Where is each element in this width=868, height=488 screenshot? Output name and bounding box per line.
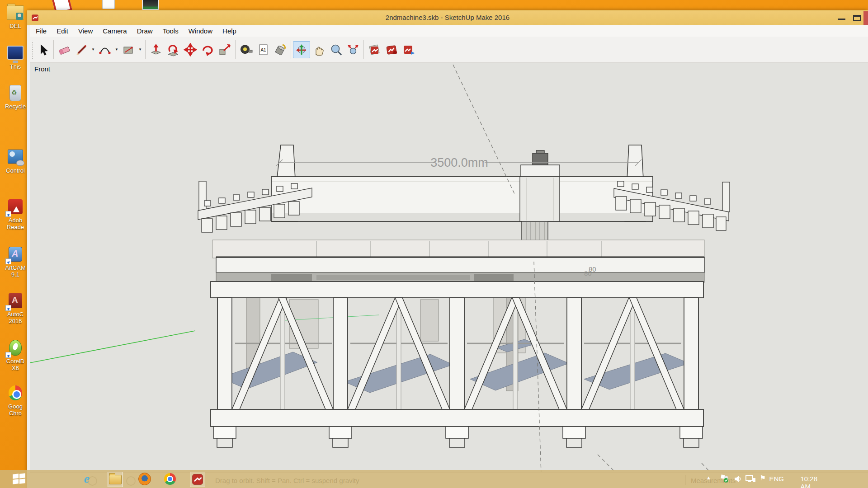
- this-pc-icon: [5, 44, 26, 63]
- push-pull-tool-button[interactable]: [147, 41, 165, 58]
- extension-warehouse-button[interactable]: [383, 41, 400, 58]
- clock[interactable]: 10:28 AM: [800, 475, 817, 488]
- desktop-icon-photo[interactable]: [142, 0, 159, 10]
- desktop-icon-coreldraw[interactable]: CorelDX6: [1, 339, 30, 371]
- arc-tool-button[interactable]: [96, 41, 113, 58]
- eraser-tool-button[interactable]: [56, 41, 73, 58]
- taskbar-chrome[interactable]: [163, 472, 177, 486]
- tool-rack-left: [198, 181, 312, 232]
- desktop-icon-adobe-reader[interactable]: AdobReade: [1, 198, 30, 230]
- zoom-extents-button[interactable]: [344, 41, 362, 58]
- trestle-feet: [213, 427, 703, 447]
- line-tool-dropdown[interactable]: ▼: [90, 42, 96, 58]
- green-axis-line: [30, 315, 379, 363]
- close-button[interactable]: [863, 11, 868, 25]
- toolbar-grip[interactable]: [31, 41, 34, 59]
- desktop-icon-recycle-bin[interactable]: Recycle: [1, 84, 30, 110]
- 3d-warehouse-icon: [368, 43, 381, 56]
- rectangle-tool-dropdown[interactable]: ▼: [137, 42, 143, 58]
- text-tool-button[interactable]: A1: [255, 41, 272, 58]
- follow-me-tool-button[interactable]: [165, 41, 182, 58]
- sync-status-icon[interactable]: [720, 474, 730, 485]
- minimize-button[interactable]: [838, 19, 845, 20]
- desktop-icon-control-panel[interactable]: Control: [1, 148, 30, 174]
- arc-tool-dropdown[interactable]: ▼: [113, 42, 120, 58]
- control-panel-icon: [5, 148, 26, 167]
- desktop-icon-artcam[interactable]: ArtCAM9.1: [1, 245, 30, 278]
- share-model-icon: [402, 43, 415, 56]
- icon-label2: X6: [12, 365, 19, 371]
- action-center-flag-icon[interactable]: ⚑: [760, 474, 766, 482]
- zoom-tool-button[interactable]: [327, 41, 344, 58]
- taskbar-sketchup[interactable]: [190, 472, 205, 487]
- scale-tool-button[interactable]: [216, 41, 233, 58]
- text-tool-icon: A1: [256, 43, 270, 56]
- zoom-extents-icon: [346, 43, 360, 56]
- taskbar-firefox[interactable]: [137, 472, 152, 486]
- move-icon: [184, 43, 197, 56]
- icon-label: AutoC: [7, 311, 24, 318]
- view-name-label: Front: [34, 65, 50, 73]
- show-hidden-icons-button[interactable]: ▲: [706, 475, 711, 480]
- desktop-icon-chrome[interactable]: GoogChro: [1, 384, 30, 417]
- orbit-icon: [295, 43, 308, 56]
- model-canvas: 80 80: [30, 63, 868, 488]
- menu-window[interactable]: Window: [184, 27, 217, 35]
- rotate-tool-button[interactable]: [199, 41, 216, 58]
- network-icon[interactable]: [745, 474, 756, 486]
- taskbar: e ▲ ⚑ ENG 10:28 AM: [0, 470, 868, 488]
- orbit-tool-button[interactable]: [293, 41, 310, 58]
- toolbar-separator: [53, 40, 54, 59]
- select-tool-button[interactable]: [34, 41, 52, 58]
- paint-bucket-tool-button[interactable]: [272, 41, 289, 58]
- line-tool-button[interactable]: [73, 41, 90, 58]
- svg-text:A1: A1: [260, 47, 266, 52]
- taskbar-ie[interactable]: e: [80, 472, 94, 486]
- machine-mid-band: [212, 240, 704, 258]
- titlebar[interactable]: 2ndmachine3.skb - SketchUp Make 2016: [27, 10, 868, 25]
- icon-label: DEL: [9, 23, 21, 29]
- toolbar-separator: [291, 40, 291, 59]
- desktop-icon-user-folder[interactable]: DEL: [1, 4, 30, 29]
- language-indicator[interactable]: ENG: [769, 475, 784, 483]
- menu-help[interactable]: Help: [217, 27, 241, 35]
- rectangle-tool-button[interactable]: [120, 41, 137, 58]
- dimension-text: 3500.0mm: [430, 156, 488, 169]
- desktop-icon-document[interactable]: [102, 0, 115, 9]
- tape-measure-tool-button[interactable]: [237, 41, 255, 58]
- icon-label: Adob: [9, 217, 22, 224]
- menu-file[interactable]: File: [31, 27, 52, 35]
- icon-label2: 2016: [9, 318, 22, 324]
- icon-label: Control: [6, 167, 25, 174]
- sketchup-taskbar-icon: [192, 474, 203, 485]
- window-title: 2ndmachine3.skb - SketchUp Make 2016: [27, 14, 868, 21]
- taskbar-file-explorer[interactable]: [108, 472, 123, 487]
- desktop-icon-autocad[interactable]: AutoC2016: [1, 292, 30, 324]
- move-tool-button[interactable]: [182, 41, 199, 58]
- menu-camera[interactable]: Camera: [98, 27, 132, 35]
- get-models-button[interactable]: [366, 41, 383, 58]
- machine-table: [216, 257, 704, 282]
- maximize-button[interactable]: [853, 15, 861, 21]
- share-model-button[interactable]: [400, 41, 417, 58]
- toolbar-separator: [235, 40, 236, 59]
- arc-icon: [98, 43, 112, 56]
- volume-icon[interactable]: [733, 474, 742, 485]
- menu-tools[interactable]: Tools: [158, 27, 184, 35]
- svg-text:80: 80: [584, 269, 592, 277]
- model-viewport[interactable]: Front: [30, 63, 868, 488]
- menu-view[interactable]: View: [73, 27, 98, 35]
- desktop-icon-this-pc[interactable]: This: [1, 44, 30, 70]
- recycle-bin-icon: [5, 84, 26, 103]
- extension-warehouse-icon: [385, 43, 398, 56]
- start-button[interactable]: [13, 474, 26, 484]
- menu-edit[interactable]: Edit: [52, 27, 73, 35]
- menu-draw[interactable]: Draw: [132, 27, 158, 35]
- scale-icon: [218, 43, 231, 56]
- file-explorer-icon: [109, 475, 122, 484]
- icon-label2: Reade: [7, 224, 24, 230]
- adobe-reader-icon: [5, 198, 26, 217]
- rotate-icon: [201, 43, 214, 56]
- pan-tool-button[interactable]: [310, 41, 327, 58]
- photo-icon: [142, 0, 159, 10]
